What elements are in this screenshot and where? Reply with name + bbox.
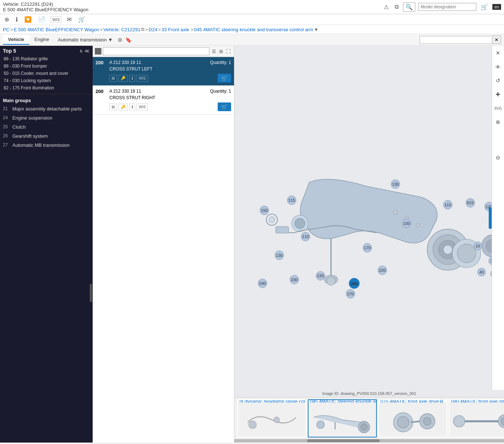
diagram-svg-btn[interactable]: SVG xyxy=(492,102,504,114)
toolbar-row: Vehicle Engine Automatic transmission ▼ … xyxy=(0,34,504,46)
group-item-27[interactable]: 27 Automatic MB transmission xyxy=(0,141,93,150)
top5-item-1[interactable]: 88 - 135 Radiator grille xyxy=(3,55,90,62)
cart-icon-btn[interactable]: 🛒 xyxy=(479,3,489,11)
vehicle-id: Vehicle: C212291 (D24) xyxy=(3,1,88,7)
settings-icon-btn[interactable]: ⚙ xyxy=(116,36,124,44)
toolbar-search-clear[interactable]: ✕ xyxy=(492,36,501,44)
breadcrumb-steering-knuckle[interactable]: 045 4MATIC steering knuckle and transver… xyxy=(194,27,313,32)
part2-key-icon[interactable]: 🔑 xyxy=(118,104,128,110)
top5-close-btn[interactable]: ≪ xyxy=(84,48,90,54)
svg-point-6 xyxy=(443,245,452,254)
info-btn[interactable]: ℹ xyxy=(14,15,19,24)
svg-text:40: 40 xyxy=(479,270,484,274)
svg-line-75 xyxy=(411,421,420,422)
svg-point-14 xyxy=(416,223,420,227)
breadcrumb-front-axle[interactable]: 33 Front axle xyxy=(162,27,189,32)
top5-collapse-btn[interactable]: ∧ xyxy=(79,48,83,54)
vehicle-info: Vehicle: C212291 (D24) E 500 4MATIC Blue… xyxy=(3,1,88,12)
svg-rect-11 xyxy=(275,226,289,233)
lang-badge: en xyxy=(492,4,501,10)
toolbar-search-input[interactable] xyxy=(420,36,492,44)
svg-point-72 xyxy=(397,416,409,428)
email-btn[interactable]: ✉ xyxy=(65,15,73,24)
svg-point-12 xyxy=(393,210,398,214)
part2-wis-icon[interactable]: WIS xyxy=(137,104,148,110)
thumbnail-3[interactable]: 075 4MATIC front axle drive ⧉ xyxy=(378,399,447,437)
svg-point-63 xyxy=(249,421,256,428)
parts-filter-input[interactable] xyxy=(103,47,209,55)
svg-text:110: 110 xyxy=(302,234,309,239)
horizontal-scrollbar[interactable] xyxy=(234,439,504,443)
svg-text:230: 230 xyxy=(317,274,324,278)
filter-btn[interactable]: 🔽 xyxy=(23,15,33,24)
top5-item-3[interactable]: 50 - 015 Cooler, mount and cover xyxy=(3,70,90,77)
thumbnail-1[interactable]: nt dynamic headlamp range control closed… xyxy=(237,399,306,437)
search-icon-btn[interactable]: 🔍 xyxy=(403,3,415,12)
part2-info-icon[interactable]: ℹ xyxy=(129,104,135,110)
group-item-25[interactable]: 25 Clutch xyxy=(0,123,93,132)
parts-list-header: ☰ ⊞ ⛶ xyxy=(93,46,234,57)
part-item-1[interactable]: 200 A 212 330 19 11 Quantity: 1 CROSS ST… xyxy=(93,57,234,86)
part1-key-icon[interactable]: 🔑 xyxy=(118,75,128,82)
part2-cart-btn[interactable]: 🛒 xyxy=(218,102,231,111)
tab-vehicle[interactable]: Vehicle xyxy=(3,35,29,45)
tab-automatic-transmission[interactable]: Automatic transmission ▼ xyxy=(54,35,116,44)
top5-item-2[interactable]: 88 - 030 Front bumper xyxy=(3,62,90,70)
part-item-2[interactable]: 200 A 212 330 19 11 Quantity: 1 CROSS ST… xyxy=(93,86,234,114)
group-item-21[interactable]: 21 Major assembly detachable parts xyxy=(0,105,93,114)
group-item-24[interactable]: 24 Engine suspension xyxy=(0,114,93,123)
breadcrumb-d24[interactable]: D24 xyxy=(149,27,157,32)
part1-wis-icon[interactable]: WIS xyxy=(137,75,148,82)
diagram-area: 150 115 110 130 240 230 230 xyxy=(234,46,504,443)
svg-point-8 xyxy=(457,244,476,263)
diagram-close-btn[interactable]: ✕ xyxy=(492,47,504,59)
breadcrumb-vehicle-name[interactable]: E 500 4MATIC BlueEFFICIENCY Wagon xyxy=(14,27,99,32)
part2-table-icon[interactable]: ⊞ xyxy=(109,104,117,110)
group-item-26[interactable]: 26 Gearshift system xyxy=(0,132,93,141)
action-icons-bar: ⊕ ℹ 🔽 📄 WIS ✉ 🛒 xyxy=(0,14,504,25)
top5-item-5[interactable]: 82 - 175 Front illumination xyxy=(3,84,90,92)
part1-table-icon[interactable]: ⊞ xyxy=(109,75,117,82)
diagram-cross-btn[interactable]: ✚ xyxy=(492,89,504,100)
thumbnail-4[interactable]: 090 4MATIC front axle shaft ⧉ xyxy=(449,399,504,437)
tab-engine[interactable]: Engine xyxy=(29,35,54,45)
svg-text:150: 150 xyxy=(261,208,268,213)
tabs-container: Vehicle Engine Automatic transmission ▼ … xyxy=(3,35,133,45)
diagram-rotate-btn[interactable]: ↺ xyxy=(492,75,504,86)
svg-text:115: 115 xyxy=(288,198,295,202)
svg-text:100: 100 xyxy=(403,221,410,226)
color-indicator xyxy=(95,48,101,55)
thumbnail-2[interactable]: 045 4MATIC steering knuckle and transver… xyxy=(308,399,377,437)
breadcrumb: PC > E 500 4MATIC BlueEFFICIENCY Wagon >… xyxy=(0,25,504,34)
svg-rect-70 xyxy=(379,403,447,437)
part1-info-icon[interactable]: ℹ xyxy=(129,75,135,82)
svg-point-16 xyxy=(269,217,275,222)
diagram-zoom-out-btn[interactable]: ⊖ xyxy=(492,152,504,164)
parts-grid-view-btn[interactable]: ⊞ xyxy=(218,48,224,55)
diagram-zoom-in-btn[interactable]: ⊕ xyxy=(492,116,504,128)
zoom-in-btn[interactable]: ⊕ xyxy=(3,15,11,24)
model-search-input[interactable] xyxy=(418,3,476,11)
svg-text:170: 170 xyxy=(364,246,371,250)
bookmark-icon-btn[interactable]: 🔖 xyxy=(124,36,133,44)
svg-point-67 xyxy=(360,424,367,431)
copy-icon-btn[interactable]: ⧉ xyxy=(393,3,400,11)
parts-list-view-btn[interactable]: ☰ xyxy=(211,48,217,55)
diagram-eye-btn[interactable]: 👁 xyxy=(492,61,504,73)
top5-item-4[interactable]: 74 - 030 Locking system xyxy=(3,77,90,84)
diagram-toolbar: ✕ 👁 ↺ ✚ SVG ⊕ ⊖ xyxy=(492,46,504,390)
cart2-btn[interactable]: 🛒 xyxy=(77,15,87,24)
vehicle-name: E 500 4MATIC BlueEFFICIENCY Wagon xyxy=(3,7,88,12)
svg-text:270: 270 xyxy=(347,292,354,296)
warning-icon-btn[interactable]: ⚠ xyxy=(382,3,390,11)
scroll-indicator xyxy=(489,207,492,229)
wis-btn[interactable]: WIS xyxy=(51,16,62,23)
part1-cart-btn[interactable]: 🛒 xyxy=(218,74,231,82)
breadcrumb-pc[interactable]: PC xyxy=(3,27,9,32)
print-btn[interactable]: 📄 xyxy=(37,15,47,24)
parts-expand-btn[interactable]: ⛶ xyxy=(225,48,232,55)
svg-text:815: 815 xyxy=(467,201,474,205)
svg-text:220: 220 xyxy=(379,268,386,273)
sidebar-scrollbar xyxy=(90,284,92,302)
breadcrumb-vehicle-id[interactable]: Vehicle: C212291 xyxy=(104,27,141,32)
